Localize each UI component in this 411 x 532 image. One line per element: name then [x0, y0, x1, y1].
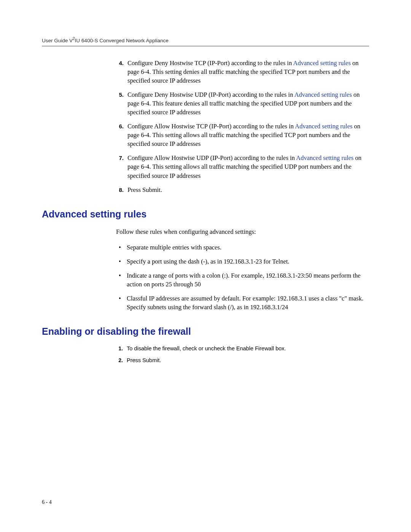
step-text-before: Configure Deny Hostwise UDP (IP-Port) ac… [127, 91, 294, 98]
step-text-before: Configure Deny Hostwise TCP (IP-Port) ac… [127, 59, 293, 67]
list-item: • Classful IP addresses are assumed by d… [116, 294, 369, 312]
top-numbered-block: 4. Configure Deny Hostwise TCP (IP-Port)… [116, 59, 369, 194]
header-suffix: IU 6400-S Converged Network Appliance [75, 38, 169, 43]
bullet-text: Indicate a range of ports with a colon (… [127, 271, 369, 289]
step-text-before: Press Submit. [127, 186, 162, 193]
heading-enabling-disabling-firewall: Enabling or disabling the firewall [42, 326, 369, 337]
bullet-icon: • [116, 243, 127, 252]
step-number: 4. [116, 59, 127, 85]
bullet-text: Classful IP addresses are assumed by def… [127, 294, 369, 312]
small-numbered-list: 1. To disable the firewall, check or unc… [116, 345, 369, 364]
header-prefix: User Guide V [42, 38, 73, 43]
step-body: Configure Deny Hostwise TCP (IP-Port) ac… [127, 59, 369, 85]
numbered-list: 4. Configure Deny Hostwise TCP (IP-Port)… [116, 59, 369, 194]
step-number: 8. [116, 185, 127, 194]
step-number: 5. [116, 90, 127, 117]
step-link[interactable]: Advanced setting rules [294, 91, 352, 98]
list-item: • Separate multiple entries with spaces. [116, 243, 369, 252]
step-number: 6. [116, 122, 127, 148]
page-header: User Guide V2IU 6400-S Converged Network… [42, 37, 369, 46]
step-body: Configure Deny Hostwise UDP (IP-Port) ac… [127, 90, 369, 117]
step-number: 2. [116, 356, 127, 364]
list-item: • Specify a port using the dash (-), as … [116, 257, 369, 266]
heading-advanced-setting-rules: Advanced setting rules [42, 209, 369, 220]
step-body: Configure Allow Hostwise UDP (IP-Port) a… [127, 153, 369, 180]
step-body: Configure Allow Hostwise TCP (IP-Port) a… [127, 122, 369, 148]
list-item: 1. To disable the firewall, check or unc… [116, 345, 369, 353]
list-item: • Indicate a range of ports with a colon… [116, 271, 369, 289]
bullet-icon: • [116, 257, 127, 266]
list-item: 4. Configure Deny Hostwise TCP (IP-Port)… [116, 59, 369, 85]
bullet-icon: • [116, 271, 127, 289]
step-link[interactable]: Advanced setting rules [296, 154, 354, 161]
section1-intro: Follow these rules when configuring adva… [116, 227, 369, 236]
list-item: 2. Press Submit. [116, 356, 369, 364]
step-text-before: Configure Allow Hostwise UDP (IP-Port) a… [127, 154, 296, 161]
step-text-before: Configure Allow Hostwise TCP (IP-Port) a… [127, 123, 295, 130]
list-item: 5. Configure Deny Hostwise UDP (IP-Port)… [116, 90, 369, 117]
step-number: 7. [116, 153, 127, 180]
bullet-list: • Separate multiple entries with spaces.… [116, 243, 369, 312]
page-container: User Guide V2IU 6400-S Converged Network… [0, 0, 411, 364]
step-number: 1. [116, 345, 127, 353]
page-number: 6 - 4 [42, 499, 52, 505]
list-item: 7. Configure Allow Hostwise UDP (IP-Port… [116, 153, 369, 180]
bullet-icon: • [116, 294, 127, 312]
step-body: Press Submit. [127, 185, 369, 194]
step-text: Press Submit. [127, 356, 369, 364]
bullet-text: Specify a port using the dash (-), as in… [127, 257, 369, 266]
step-link[interactable]: Advanced setting rules [295, 123, 352, 130]
list-item: 6. Configure Allow Hostwise TCP (IP-Port… [116, 122, 369, 148]
step-link[interactable]: Advanced setting rules [293, 59, 350, 67]
list-item: 8. Press Submit. [116, 185, 369, 194]
bullet-text: Separate multiple entries with spaces. [127, 243, 369, 252]
step-text: To disable the firewall, check or unchec… [127, 345, 369, 353]
